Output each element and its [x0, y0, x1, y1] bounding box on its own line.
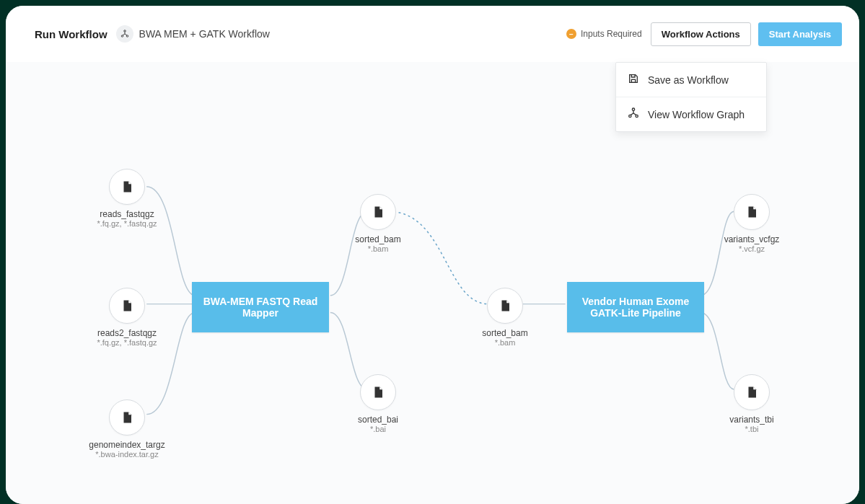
node-bwa-mem-mapper[interactable]: BWA-MEM FASTQ Read Mapper	[192, 282, 329, 332]
node-ext: *.bai	[370, 425, 386, 433]
file-icon	[360, 374, 396, 410]
svg-rect-3	[631, 79, 635, 82]
node-ext: *.fq.gz, *.fastq.gz	[97, 219, 157, 228]
start-analysis-button[interactable]: Start Analysis	[758, 22, 842, 46]
svg-point-4	[632, 108, 634, 110]
node-ext: *.vcf.gz	[739, 244, 765, 253]
node-sorted-bai[interactable]: sorted_bai *.bai	[335, 374, 421, 433]
node-ext: *.bam	[368, 244, 389, 253]
node-ext: *.bam	[495, 338, 516, 347]
file-icon	[109, 288, 145, 324]
workflow-actions-button[interactable]: Workflow Actions	[651, 22, 751, 46]
workflow-graph-icon	[628, 107, 641, 121]
workflow-icon	[116, 25, 133, 43]
file-icon	[487, 288, 523, 324]
node-label: reads2_fastqgz	[97, 328, 157, 338]
node-variants-vcfgz[interactable]: variants_vcfgz *.vcf.gz	[708, 194, 795, 253]
file-icon	[360, 194, 396, 230]
node-label: sorted_bam	[482, 328, 527, 338]
node-ext: *.bwa-index.tar.gz	[95, 450, 158, 459]
node-label: variants_tbi	[729, 415, 773, 425]
node-gatk-pipeline[interactable]: Vendor Human Exome GATK-Lite Pipeline	[567, 282, 704, 332]
menu-label: View Workflow Graph	[648, 109, 745, 120]
status-text: Inputs Required	[581, 29, 642, 39]
node-label: sorted_bam	[355, 234, 400, 244]
header: Run Workflow BWA MEM + GATK Workflow − I…	[6, 6, 859, 62]
node-label: reads_fastqgz	[100, 209, 154, 219]
node-sorted-bam-in[interactable]: sorted_bam *.bam	[462, 288, 548, 347]
proc-label: BWA-MEM FASTQ Read Mapper	[198, 296, 323, 319]
node-label: genomeindex_targz	[89, 440, 164, 450]
menu-view-graph[interactable]: View Workflow Graph	[616, 97, 766, 131]
file-icon	[109, 169, 145, 205]
node-variants-tbi[interactable]: variants_tbi *.tbi	[708, 374, 795, 433]
file-icon	[734, 194, 770, 230]
workflow-name: BWA MEM + GATK Workflow	[139, 28, 270, 40]
node-label: sorted_bai	[358, 415, 398, 425]
menu-label: Save as Workflow	[648, 74, 729, 86]
workflow-actions-menu: Save as Workflow View Workflow Graph	[615, 62, 767, 132]
node-reads-fastqgz[interactable]: reads_fastqgz *.fq.gz, *.fastq.gz	[84, 169, 170, 228]
file-icon	[734, 374, 770, 410]
node-sorted-bam-out[interactable]: sorted_bam *.bam	[335, 194, 421, 253]
node-genomeindex-targz[interactable]: genomeindex_targz *.bwa-index.tar.gz	[84, 399, 170, 459]
node-ext: *.tbi	[745, 425, 759, 433]
save-icon	[628, 73, 641, 87]
node-label: variants_vcfgz	[724, 234, 780, 244]
node-reads2-fastqgz[interactable]: reads2_fastqgz *.fq.gz, *.fastq.gz	[84, 288, 170, 347]
menu-save-workflow[interactable]: Save as Workflow	[616, 63, 766, 97]
page-title: Run Workflow	[35, 28, 107, 40]
svg-point-0	[123, 30, 126, 32]
file-icon	[109, 399, 145, 436]
node-ext: *.fq.gz, *.fastq.gz	[97, 338, 157, 347]
warning-icon: −	[566, 29, 576, 39]
app-frame: Run Workflow BWA MEM + GATK Workflow − I…	[6, 6, 859, 504]
status-badge: − Inputs Required	[566, 29, 642, 39]
proc-label: Vendor Human Exome GATK-Lite Pipeline	[573, 296, 698, 319]
